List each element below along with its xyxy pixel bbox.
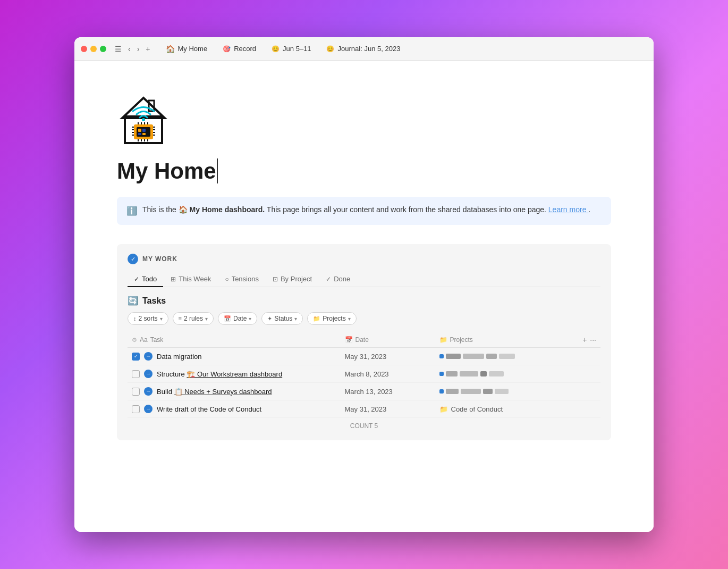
project-tag-bar-1 — [446, 354, 461, 359]
tab-thisweek[interactable]: ⊞ This Week — [164, 272, 217, 287]
filter-rules[interactable]: ≡ 2 rules ▾ — [173, 312, 214, 325]
filter-rules-label: 2 rules — [184, 315, 203, 322]
th-date: 📅 Date — [341, 332, 435, 348]
home-icon: 🏠 — [166, 45, 175, 53]
projects-cell-4: 📁 Code of Conduct — [435, 400, 601, 418]
tab-record[interactable]: 🎯 Record — [215, 41, 264, 56]
project-tag-dot-2 — [439, 372, 444, 376]
my-work-section: ✓ MY WORK ✓ Todo ⊞ This Week ○ Tensions — [117, 244, 611, 440]
filter-status-label: Status — [274, 315, 292, 322]
nav-controls: ☰ ‹ › + — [113, 44, 153, 54]
table-row: → Write draft of the Code of Conduct May… — [128, 400, 600, 418]
th-task: ⚙ Aa Task — [128, 332, 341, 348]
tensions-icon: ○ — [225, 275, 228, 283]
project-tag-bar-2 — [463, 354, 484, 359]
project-tag-bar-2c — [480, 371, 487, 376]
date-chevron: ▾ — [249, 316, 251, 322]
maximize-button[interactable] — [100, 46, 106, 52]
section-header: ✓ MY WORK — [128, 254, 600, 264]
week-icon: 😊 — [271, 45, 280, 53]
projects-cell-3 — [435, 383, 601, 400]
task-arrow-1: → — [144, 352, 153, 361]
tab-done-label: Done — [334, 275, 350, 283]
table-row: → Structure 🏗️ Our Workstream dashboard … — [128, 365, 600, 383]
date-cell-3: March 13, 2023 — [341, 383, 435, 400]
thisweek-icon: ⊞ — [171, 275, 176, 283]
table-row: → Build 📋 Needs + Surveys dashboard Marc… — [128, 383, 600, 400]
journal-icon: 😊 — [326, 45, 335, 53]
tab-record-label: Record — [234, 45, 256, 53]
tab-byproject-label: By Project — [281, 275, 312, 283]
task-checkbox-4[interactable] — [132, 405, 140, 413]
projects-chevron: ▾ — [348, 316, 351, 322]
task-name-1: Data migration — [157, 353, 202, 361]
project-folder-name: Code of Conduct — [451, 405, 503, 413]
db-title: Tasks — [142, 296, 166, 306]
tab-week[interactable]: 😊 Jun 5–11 — [264, 41, 319, 56]
page-title[interactable]: My Home — [117, 158, 611, 184]
smart-home-icon — [117, 93, 170, 146]
db-tasks-icon: 🔄 — [128, 296, 138, 306]
projects-cell-2 — [435, 365, 601, 383]
count-row: COUNT 5 — [128, 418, 600, 431]
tab-done[interactable]: ✓ Done — [319, 272, 357, 287]
filter-status[interactable]: ✦ Status ▾ — [261, 312, 303, 325]
filter-bar: ↕ 2 sorts ▾ ≡ 2 rules ▾ 📅 Date ▾ ✦ Statu… — [128, 312, 600, 325]
minimize-button[interactable] — [90, 46, 97, 52]
status-chevron: ▾ — [294, 316, 297, 322]
date-col-icon: 📅 — [345, 336, 353, 344]
auto-icon: ⚙ — [132, 337, 137, 344]
count-value: 5 — [375, 422, 378, 430]
task-checkbox-3[interactable] — [132, 388, 140, 396]
back-button[interactable]: ‹ — [126, 44, 133, 54]
task-cell-3: → Build 📋 Needs + Surveys dashboard — [128, 383, 341, 400]
task-table: ⚙ Aa Task 📅 Date — [128, 332, 600, 418]
todo-icon: ✓ — [134, 275, 139, 283]
tab-byproject[interactable]: ⊡ By Project — [266, 272, 318, 287]
add-column-button[interactable]: + — [582, 336, 587, 344]
task-checkbox-2[interactable] — [132, 370, 140, 378]
info-icon: ℹ️ — [126, 205, 137, 217]
rules-chevron: ▾ — [205, 316, 208, 322]
task-checkbox-1[interactable]: ✓ — [132, 353, 140, 361]
forward-button[interactable]: › — [135, 44, 142, 54]
task-name-4: Write draft of the Code of Conduct — [157, 405, 261, 413]
date-cell-1: May 31, 2023 — [341, 348, 435, 365]
tab-journal[interactable]: 😊 Journal: Jun 5, 2023 — [319, 41, 408, 56]
tab-tensions-label: Tensions — [232, 275, 259, 283]
info-banner: ℹ️ This is the 🏠 My Home dashboard. This… — [117, 197, 611, 225]
task-cell-4: → Write draft of the Code of Conduct — [128, 400, 341, 418]
project-tag-bar-3b — [461, 389, 481, 394]
task-arrow-2: → — [144, 370, 153, 378]
task-link-2[interactable]: 🏗️ Our Workstream dashboard — [187, 370, 282, 378]
page-icon-area — [117, 93, 611, 148]
svg-rect-7 — [142, 129, 146, 132]
learn-more-link[interactable]: Learn more — [548, 205, 588, 214]
filter-date[interactable]: 📅 Date ▾ — [218, 312, 257, 325]
filter-projects[interactable]: 📁 Projects ▾ — [307, 312, 356, 325]
svg-rect-8 — [138, 133, 141, 135]
tab-tensions[interactable]: ○ Tensions — [218, 272, 265, 287]
tab-todo[interactable]: ✓ Todo — [128, 272, 163, 287]
filter-sorts[interactable]: ↕ 2 sorts ▾ — [128, 312, 168, 325]
task-arrow-3: → — [144, 387, 153, 396]
svg-point-3 — [142, 118, 145, 121]
section-tabs: ✓ Todo ⊞ This Week ○ Tensions ⊡ By Proje… — [128, 272, 600, 287]
project-tag-bar-3a — [446, 389, 459, 394]
record-icon: 🎯 — [222, 45, 231, 53]
info-text: This is the 🏠 My Home dashboard. This pa… — [142, 204, 590, 215]
new-page-button[interactable]: + — [143, 44, 152, 54]
tab-home[interactable]: 🏠 My Home — [159, 41, 215, 56]
tab-week-label: Jun 5–11 — [283, 45, 311, 53]
rules-icon: ≡ — [179, 315, 182, 322]
status-icon: ✦ — [267, 315, 272, 322]
project-tag-bar-3c — [483, 389, 493, 394]
close-button[interactable] — [81, 46, 87, 52]
filter-sorts-label: 2 sorts — [139, 315, 158, 322]
task-cell-1: ✓ → Data migration — [128, 348, 341, 365]
tab-home-label: My Home — [178, 45, 208, 53]
section-title: MY WORK — [142, 255, 177, 263]
task-link-3[interactable]: 📋 Needs + Surveys dashboard — [174, 388, 272, 396]
column-options-button[interactable]: ··· — [590, 336, 596, 344]
sidebar-toggle[interactable]: ☰ — [113, 44, 124, 54]
